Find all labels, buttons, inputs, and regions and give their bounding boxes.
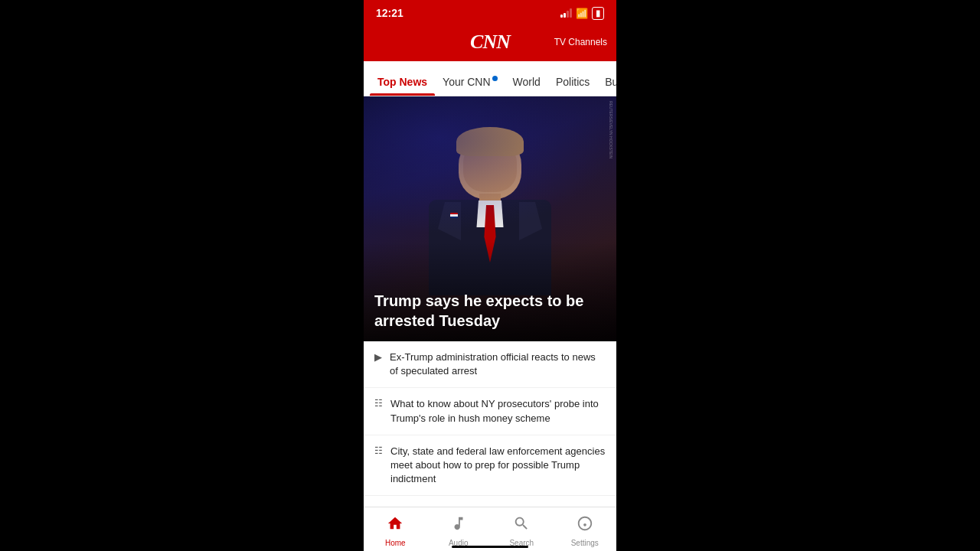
tab-your-cnn[interactable]: Your CNN (435, 67, 505, 96)
hero-headline: Trump says he expects to be arrested Tue… (364, 279, 616, 341)
cnn-logo: CNN (470, 31, 510, 54)
news-item-3[interactable]: ☷ City, state and federal law enforcemen… (364, 435, 616, 497)
video-icon: ▶ (374, 351, 382, 363)
status-bar: 12:21 📶 ▮ (364, 0, 616, 24)
settings-icon (577, 515, 593, 536)
news-text-2: What to know about NY prosecutors' probe… (390, 397, 606, 425)
notification-dot (492, 76, 498, 81)
hero-image[interactable]: REUTERS/EVELYN HOCKSTEIN Trump says he e… (364, 96, 616, 341)
status-icons: 📶 ▮ (560, 7, 604, 20)
tab-business[interactable]: Business (597, 67, 616, 96)
home-indicator (452, 546, 528, 548)
bottom-nav-home[interactable]: Home (372, 515, 418, 547)
settings-label: Settings (571, 539, 599, 547)
news-item-2[interactable]: ☷ What to know about NY prosecutors' pro… (364, 388, 616, 435)
bottom-nav-settings[interactable]: Settings (562, 515, 608, 547)
tv-channels-button[interactable]: TV Channels (554, 37, 607, 47)
bottom-nav-audio[interactable]: Audio (436, 515, 482, 547)
home-label: Home (385, 539, 406, 547)
audio-icon (450, 515, 467, 536)
news-list: ▶ Ex-Trump administration official react… (364, 341, 616, 507)
image-watermark: REUTERS/EVELYN HOCKSTEIN (609, 101, 613, 158)
news-item-1[interactable]: ▶ Ex-Trump administration official react… (364, 341, 616, 388)
bottom-nav-search[interactable]: Search (498, 515, 544, 547)
news-text-1: Ex-Trump administration official reacts … (390, 350, 606, 378)
tab-world[interactable]: World (505, 67, 548, 96)
phone-frame: 12:21 📶 ▮ CNN TV Channels Top News Your … (364, 0, 616, 551)
signal-icon (560, 8, 572, 18)
tab-politics[interactable]: Politics (548, 67, 597, 96)
bottom-nav: Home Audio Search Setti (364, 507, 616, 551)
hero-title: Trump says he expects to be arrested Tue… (374, 291, 606, 331)
article-icon-1: ☷ (374, 398, 383, 409)
tab-top-news[interactable]: Top News (370, 67, 435, 96)
hero-light-effect (364, 96, 616, 234)
article-icon-2: ☷ (374, 445, 383, 456)
status-time: 12:21 (376, 7, 403, 19)
wifi-icon: 📶 (576, 8, 588, 19)
app-header: CNN TV Channels (364, 24, 616, 61)
search-icon (513, 515, 530, 536)
news-text-3: City, state and federal law enforcement … (390, 445, 606, 487)
nav-tabs: Top News Your CNN World Politics Busines… (364, 61, 616, 96)
home-icon (387, 515, 403, 536)
battery-icon: ▮ (592, 7, 604, 20)
